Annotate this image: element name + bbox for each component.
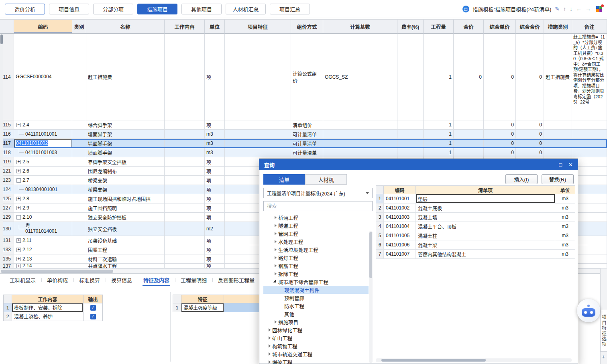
table-row-117[interactable]: 117041101001002墙面脚手架m3可计量清单100	[0, 139, 607, 148]
list-item-cell[interactable]: 管廊内其他结构混凝土	[416, 250, 555, 259]
side-panel-tab[interactable]: 项目特征选项	[600, 310, 607, 352]
tree-node-18[interactable]: 城市轨道交通工程	[263, 350, 369, 358]
tree-node-7[interactable]: 钢筋工程	[263, 262, 369, 270]
close-icon[interactable]: ✕	[568, 162, 573, 168]
search-input[interactable]	[263, 201, 373, 211]
expand-icon[interactable]: +	[16, 169, 21, 173]
toolbar-tab-6[interactable]: 人材机汇总	[226, 4, 266, 14]
expand-icon[interactable]: +	[16, 206, 21, 210]
list-item-cell[interactable]: 混凝土梁	[416, 240, 555, 250]
tree-arrow-icon[interactable]	[273, 240, 278, 243]
tree-node-5[interactable]: 生活垃圾处理工程	[263, 246, 369, 254]
tree-arrow-icon[interactable]	[273, 320, 278, 323]
tree-scrollbar[interactable]	[369, 231, 373, 363]
column-header[interactable]: 组价方式	[291, 19, 323, 34]
vscrollbar-thumb[interactable]	[0, 35, 3, 44]
list-row-7[interactable]: 7041101007管廊内其他结构混凝土m3	[376, 250, 575, 259]
arrow-left-icon[interactable]: ←	[576, 6, 582, 12]
tree-arrow-icon[interactable]	[273, 224, 278, 227]
tree-node-9[interactable]: 城市地下综合管廊工程	[263, 278, 369, 286]
toolbar-tab-5[interactable]: 其他项目	[181, 4, 222, 14]
column-header[interactable]: 类别	[72, 19, 86, 34]
list-row-4[interactable]: 4041101004混凝土平台、顶板m3	[376, 222, 575, 231]
hscrollbar-thumb[interactable]	[1, 270, 113, 273]
code-editor-input[interactable]: 041101001002	[14, 139, 71, 147]
tree-arrow-icon[interactable]	[267, 352, 272, 356]
column-header[interactable]: 项目特征	[225, 19, 291, 34]
detail-tab-4[interactable]: 换算信息	[106, 276, 138, 284]
tree-node-4[interactable]: 水处理工程	[263, 238, 369, 246]
table-row-118[interactable]: 118041101001003墙面脚手架m3可计量清单100	[0, 148, 607, 157]
tree-arrow-icon[interactable]	[267, 328, 272, 331]
expand-icon[interactable]: +	[16, 197, 21, 201]
tree-arrow-icon[interactable]	[267, 344, 272, 348]
collapse-icon[interactable]: −	[16, 215, 21, 220]
tree-node-13[interactable]: 其他	[263, 310, 369, 318]
apps-grid-icon[interactable]	[596, 6, 602, 12]
column-header[interactable]: 计算基数	[323, 19, 397, 34]
table-row-116[interactable]: 116041101001001墙面脚手架m3可计量清单100	[0, 130, 607, 139]
replace-button[interactable]: 替换(R)	[542, 174, 574, 184]
tree-node-15[interactable]: 园林绿化工程	[263, 326, 369, 334]
column-header[interactable]: 工作内容	[165, 19, 205, 34]
list-item-cell[interactable]: 混凝土平台、顶板	[416, 222, 555, 231]
detail-tab-6[interactable]: 工程量明细	[175, 276, 212, 284]
arrow-right-icon[interactable]: →	[585, 6, 591, 12]
tree-node-8[interactable]: 拆除工程	[263, 270, 369, 278]
tree-arrow-icon[interactable]	[267, 336, 272, 340]
ai-assistant-icon[interactable]	[577, 299, 600, 322]
dialog-titlebar[interactable]: 查询 □ ✕	[259, 159, 578, 170]
table-row-115[interactable]: 115−2.4综合脚手架项清单组价100	[0, 120, 607, 130]
tree-arrow-icon[interactable]	[267, 360, 272, 364]
expand-icon[interactable]: +	[16, 248, 21, 252]
list-item-cell[interactable]: 混凝土墙	[416, 213, 555, 222]
toolbar-tab-4[interactable]: 措施项目	[137, 4, 177, 14]
checkbox-checked-icon[interactable]	[90, 305, 96, 311]
maximize-icon[interactable]: □	[559, 162, 562, 168]
list-row-3[interactable]: 3041101003混凝土墙m3	[376, 213, 575, 222]
tree-arrow-icon[interactable]	[273, 280, 278, 284]
list-row-2[interactable]: 2041101002混凝土底板m3	[376, 203, 575, 213]
arrow-up-icon[interactable]: ↑	[563, 6, 566, 12]
toolbar-tab-2[interactable]: 项目信息	[49, 4, 89, 14]
tree-arrow-icon[interactable]	[273, 232, 278, 235]
list-row-6[interactable]: 6041101006混凝土梁m3	[376, 240, 575, 250]
collapse-icon[interactable]: −	[16, 123, 21, 127]
tree-node-16[interactable]: 矿山工程	[263, 334, 369, 342]
tree-node-3[interactable]: 管网工程	[263, 230, 369, 238]
tree-arrow-icon[interactable]	[273, 216, 278, 219]
expand-icon[interactable]: +	[16, 264, 21, 268]
tree-node-10[interactable]: 现浇混凝土构件	[263, 286, 369, 294]
tree-node-12[interactable]: 防水工程	[263, 302, 369, 310]
tree-arrow-icon[interactable]	[273, 248, 278, 251]
toolbar-tab-1[interactable]: 造价分析	[5, 4, 45, 14]
checkbox-checked-icon[interactable]	[90, 314, 96, 319]
detail-tab-5[interactable]: 特征及内容	[138, 276, 175, 284]
table-row-114[interactable]: 114GGCSF0000004赶工措施费项计算公式组价GGCS_SZ1000赶工…	[0, 34, 607, 120]
tree-node-2[interactable]: 隧道工程	[263, 222, 369, 230]
column-header[interactable]: 综合单价	[484, 19, 516, 34]
tree-node-17[interactable]: 构筑物工程	[263, 342, 369, 350]
column-header[interactable]: 费率(%)	[397, 19, 424, 34]
tree-arrow-icon[interactable]	[273, 264, 278, 267]
list-row-5[interactable]: 5041101005混凝土柱m3	[376, 231, 575, 240]
column-header[interactable]: 编码	[14, 19, 72, 34]
arrow-down-icon[interactable]: ↓	[570, 6, 572, 12]
detail-tab-7[interactable]: 反查图形工程量	[212, 276, 260, 284]
list-item-cell[interactable]: 混凝土柱	[416, 231, 555, 240]
tree-scrollbar-thumb[interactable]	[369, 232, 372, 278]
work-content-cell[interactable]: 模板制作、安装、拆除	[12, 303, 84, 312]
column-header[interactable]: 工程量	[424, 19, 454, 34]
dialog-tab-1[interactable]: 清单	[263, 174, 305, 185]
small-table-row[interactable]: 1模板制作、安装、拆除	[3, 303, 103, 312]
toolbar-tab-3[interactable]: 分部分项	[93, 4, 133, 14]
insert-button[interactable]: 插入(I)	[505, 174, 538, 184]
small-table-row[interactable]: 2混凝土浇捣、养护	[3, 312, 103, 321]
expand-icon[interactable]: +	[16, 257, 21, 261]
list-row-1[interactable]: 1041101001垫层m3	[376, 194, 575, 203]
expand-icon[interactable]: +	[16, 238, 21, 243]
column-header[interactable]: 合价	[454, 19, 484, 34]
edit-template-icon[interactable]: ✎	[555, 6, 560, 12]
toolbar-tab-7[interactable]: 项目汇总	[270, 4, 310, 14]
detail-tab-3[interactable]: 标准换算	[73, 276, 106, 284]
